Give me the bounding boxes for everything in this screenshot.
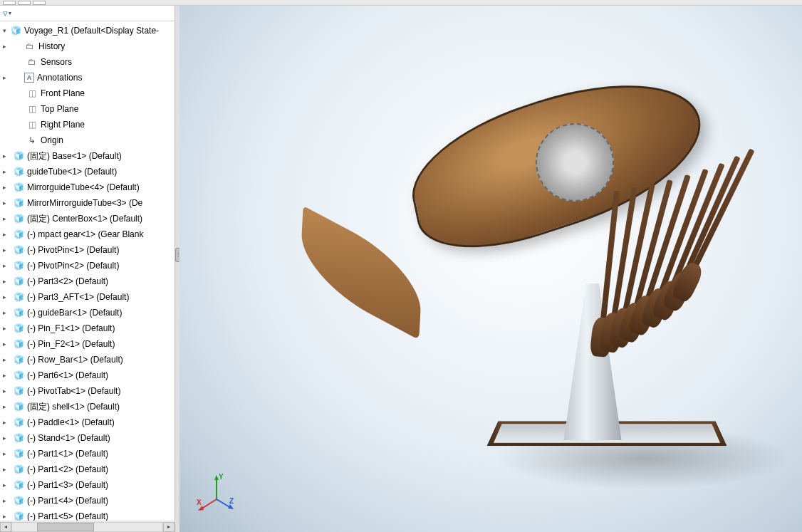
feature-tree[interactable]: ▾ 🧊 Voyage_R1 (Default<Display State- ▸🗀… <box>0 21 175 521</box>
part-icon: 🧊 <box>13 385 24 397</box>
triad-y-label: Y <box>219 473 224 481</box>
plane-icon: ◫ <box>26 119 38 130</box>
horizontal-scrollbar[interactable]: ◂ ▸ <box>0 521 175 532</box>
part-icon: 🧊 <box>13 370 24 381</box>
expander-icon[interactable]: ▸ <box>1 294 8 301</box>
tree-node-label: Origin <box>41 135 63 145</box>
tree-node[interactable]: ▸AAnnotations <box>0 70 175 85</box>
expander-icon[interactable]: ▸ <box>1 263 8 269</box>
tree-node[interactable]: ▸🧊(-) mpact gear<1> (Gear Blank <box>0 226 175 242</box>
tree-node[interactable]: ▸🧊(-) Pin_F2<1> (Default) <box>0 336 175 352</box>
tree-node-label: (-) Part1<2> (Default) <box>27 464 108 474</box>
expander-icon[interactable]: ▾ <box>1 28 8 34</box>
tree-node[interactable]: 🗀Sensors <box>0 54 175 70</box>
tree-node-label: (-) Part3<2> (Default) <box>27 276 108 286</box>
expander-icon[interactable]: ▸ <box>1 325 8 332</box>
tree-node[interactable]: ▸🧊(-) Stand<1> (Default) <box>0 430 175 446</box>
tree-node[interactable]: ▸🧊(固定) shell<1> (Default) <box>0 399 175 414</box>
expander-icon[interactable]: ▸ <box>1 513 8 520</box>
expander-icon[interactable]: ▸ <box>1 169 8 175</box>
expander-icon[interactable]: ▸ <box>1 310 8 316</box>
tree-node[interactable]: ▸🧊(固定) CenterBox<1> (Default) <box>0 211 175 226</box>
tree-node[interactable]: ▸🧊guideTube<1> (Default) <box>0 164 175 179</box>
expander-icon[interactable]: ▸ <box>1 498 8 504</box>
expander-icon[interactable]: ▸ <box>1 278 8 285</box>
expander-icon[interactable]: ▸ <box>1 43 8 50</box>
tree-node-label: (-) PivotTab<1> (Default) <box>27 386 120 396</box>
feature-manager-panel: ▿ ▾ ▾ 🧊 Voyage_R1 (Default<Display State… <box>0 6 175 532</box>
scroll-right-button[interactable]: ▸ <box>163 522 175 532</box>
scroll-left-button[interactable]: ◂ <box>0 522 11 532</box>
part-icon: 🧊 <box>13 448 24 459</box>
expander-icon[interactable]: ▸ <box>1 466 8 473</box>
tree-node-label: (固定) CenterBox<1> (Default) <box>27 213 142 225</box>
tree-node[interactable]: ▸🧊(固定) Base<1> (Default) <box>0 148 175 164</box>
expander-icon[interactable]: ▸ <box>1 216 8 222</box>
tree-node[interactable]: ▸🧊(-) Part3_AFT<1> (Default) <box>0 289 175 305</box>
scroll-track[interactable] <box>11 522 163 532</box>
view-orientation-triad[interactable]: Y X Z <box>195 472 238 515</box>
tree-node[interactable]: ◫Top Plane <box>0 101 175 117</box>
tree-node[interactable]: ▸🧊(-) Part3<2> (Default) <box>0 273 175 289</box>
tree-node[interactable]: ▸🧊(-) Part1<1> (Default) <box>0 446 175 461</box>
expander-icon[interactable]: ▸ <box>1 451 8 457</box>
tree-node[interactable]: ▸🧊(-) Part1<5> (Default) <box>0 508 175 521</box>
graphics-viewport[interactable]: Y X Z <box>179 6 802 532</box>
svg-line-2 <box>201 499 217 509</box>
tree-node[interactable]: ▸🧊(-) Row_Bar<1> (Default) <box>0 352 175 367</box>
part-icon: 🧊 <box>13 150 24 162</box>
tail-fin <box>300 206 423 340</box>
origin-icon: ↳ <box>26 135 38 146</box>
expander-icon[interactable]: ▸ <box>1 357 8 363</box>
expander-icon[interactable]: ▸ <box>1 404 8 410</box>
part-icon: 🧊 <box>13 338 24 350</box>
toolbar-button[interactable] <box>33 1 46 5</box>
part-icon: 🧊 <box>13 229 24 240</box>
tree-node[interactable]: ↳Origin <box>0 132 175 148</box>
part-icon: 🧊 <box>13 511 24 521</box>
toolbar-button[interactable] <box>3 1 16 5</box>
expander-icon[interactable]: ▸ <box>1 372 8 379</box>
tree-node[interactable]: ▸🧊(-) PivotPin<1> (Default) <box>0 242 175 258</box>
expander-icon[interactable]: ▸ <box>1 388 8 395</box>
folder-icon: 🗀 <box>24 41 36 52</box>
part-icon: 🧊 <box>13 244 24 256</box>
tree-node[interactable]: ▸🧊(-) Part1<4> (Default) <box>0 493 175 508</box>
filter-bar[interactable]: ▿ ▾ <box>0 6 175 21</box>
svg-marker-3 <box>198 506 204 511</box>
tree-node[interactable]: ▸🧊(-) Pin_F1<1> (Default) <box>0 320 175 336</box>
expander-icon[interactable]: ▸ <box>1 184 8 191</box>
scroll-thumb[interactable] <box>37 523 94 531</box>
expander-icon[interactable]: ▸ <box>1 200 8 207</box>
expander-icon[interactable]: ▸ <box>1 231 8 238</box>
expander-icon[interactable]: ▸ <box>1 75 8 81</box>
expander-icon[interactable]: ▸ <box>1 482 8 489</box>
tree-node-label: (-) mpact gear<1> (Gear Blank <box>27 229 143 239</box>
tree-node[interactable]: ◫Front Plane <box>0 85 175 101</box>
tree-node[interactable]: ▸🧊(-) Paddle<1> (Default) <box>0 414 175 430</box>
tree-node[interactable]: ▸🧊(-) Part1<2> (Default) <box>0 461 175 477</box>
tree-node-label: (-) Part1<3> (Default) <box>27 480 108 490</box>
tree-node[interactable]: ▸🧊(-) PivotTab<1> (Default) <box>0 383 175 399</box>
tree-root-node[interactable]: ▾ 🧊 Voyage_R1 (Default<Display State- <box>0 23 175 38</box>
expander-icon[interactable]: ▸ <box>1 435 8 442</box>
tree-node[interactable]: ▸🗀History <box>0 38 175 54</box>
expander-icon[interactable]: ▸ <box>1 419 8 426</box>
expander-icon[interactable]: ▸ <box>1 341 8 348</box>
expander-icon <box>1 59 10 66</box>
expander-icon[interactable]: ▸ <box>1 153 8 160</box>
tree-node-label: (固定) Base<1> (Default) <box>27 150 122 162</box>
tree-node[interactable]: ▸🧊MirrorguideTube<4> (Default) <box>0 179 175 195</box>
tree-node[interactable]: ◫Right Plane <box>0 117 175 132</box>
tree-node[interactable]: ▸🧊(-) PivotPin<2> (Default) <box>0 258 175 273</box>
tree-node-label: (固定) shell<1> (Default) <box>27 401 120 413</box>
expander-icon[interactable]: ▸ <box>1 247 8 254</box>
tree-node[interactable]: ▸🧊(-) Part1<3> (Default) <box>0 477 175 493</box>
anno-icon: A <box>24 73 34 83</box>
tree-node[interactable]: ▸🧊(-) Part6<1> (Default) <box>0 367 175 383</box>
tree-root-label: Voyage_R1 (Default<Display State- <box>24 26 159 36</box>
filter-dropdown-icon[interactable]: ▾ <box>9 10 11 16</box>
tree-node[interactable]: ▸🧊MirrorMirrorguideTube<3> (De <box>0 195 175 211</box>
tree-node[interactable]: ▸🧊(-) guideBar<1> (Default) <box>0 305 175 320</box>
toolbar-button[interactable] <box>18 1 31 5</box>
